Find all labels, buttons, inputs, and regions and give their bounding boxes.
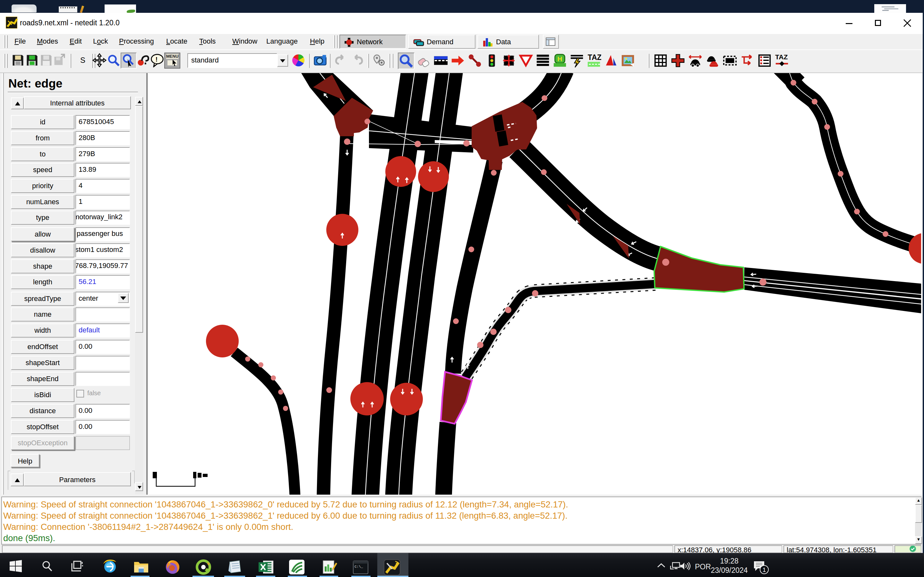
svg-text:!: !: [156, 56, 158, 63]
svg-text:H: H: [557, 55, 562, 63]
svg-text:TAZ: TAZ: [775, 53, 788, 61]
svg-text:TAZ: TAZ: [588, 53, 601, 61]
svg-text:C:\_: C:\_: [355, 565, 363, 569]
